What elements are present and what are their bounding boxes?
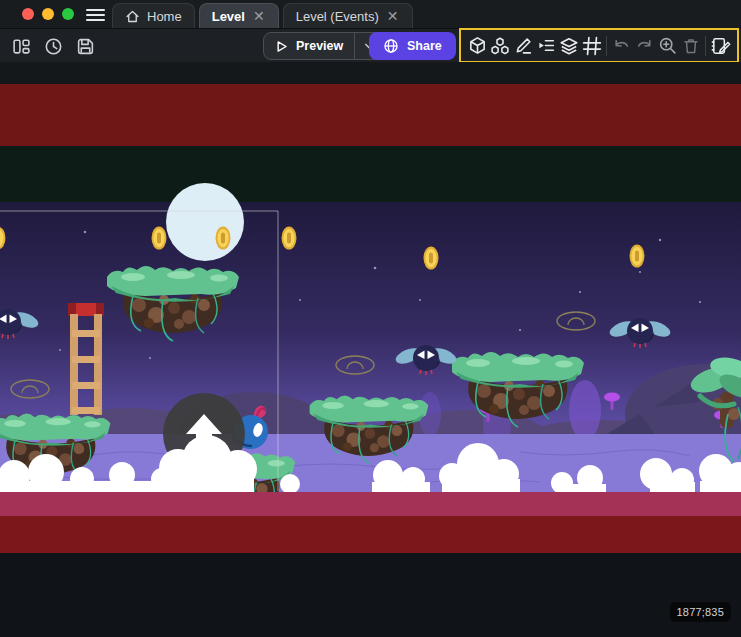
save-button[interactable] [72, 33, 98, 59]
coin[interactable] [630, 245, 645, 268]
titlebar: Home Level ✕ Level (Events) ✕ [0, 0, 741, 28]
toolbar-left-group [8, 33, 98, 59]
level-canvas[interactable]: 1877;835 [0, 62, 741, 637]
bottom-red-band[interactable] [0, 516, 741, 553]
undo-button[interactable] [610, 33, 633, 58]
play-icon [274, 39, 289, 54]
coin[interactable] [216, 227, 231, 250]
pencil-icon [514, 36, 533, 55]
tab-level[interactable]: Level ✕ [199, 3, 279, 28]
crimson-ground-band[interactable] [0, 492, 741, 516]
divider [705, 36, 706, 56]
zoom-in-icon [658, 36, 677, 55]
divider [606, 36, 607, 56]
instances-list-button[interactable] [535, 33, 558, 58]
cube-icon [468, 36, 487, 55]
globe-icon [383, 38, 399, 54]
night-band[interactable] [0, 146, 741, 202]
history-button[interactable] [40, 33, 66, 59]
history-icon [44, 37, 63, 56]
layers-button[interactable] [558, 33, 581, 58]
share-button[interactable]: Share [369, 32, 456, 60]
tab-label: Level [212, 9, 245, 24]
preview-button[interactable]: Preview [264, 33, 354, 59]
redo-icon [635, 36, 654, 55]
home-icon [125, 9, 140, 24]
tab-close-icon[interactable]: ✕ [386, 9, 400, 23]
list-icon [537, 36, 556, 55]
panels-icon [12, 37, 31, 56]
layers-icon [559, 36, 579, 56]
minimize-window-button[interactable] [42, 8, 54, 20]
tab-label: Level (Events) [296, 9, 379, 24]
zoom-in-button[interactable] [656, 33, 679, 58]
hamburger-menu-icon[interactable] [82, 5, 108, 25]
tab-level-events[interactable]: Level (Events) ✕ [283, 3, 413, 28]
fullscreen-window-button[interactable] [62, 8, 74, 20]
scene[interactable] [0, 62, 741, 553]
draw-button[interactable] [512, 33, 535, 58]
tab-close-icon[interactable]: ✕ [252, 9, 266, 23]
grid-button[interactable] [581, 33, 604, 58]
coin[interactable] [152, 227, 167, 250]
app-window: Home Level ✕ Level (Events) ✕ [0, 0, 741, 637]
toolbar: Preview Share [0, 28, 741, 62]
blocks-icon [490, 36, 510, 56]
tab-label: Home [147, 9, 182, 24]
objects-3d-button[interactable] [466, 33, 489, 58]
grid-icon [582, 36, 602, 56]
object-groups-button[interactable] [489, 33, 512, 58]
highlighted-tool-group [459, 28, 739, 63]
traffic-lights [22, 8, 74, 20]
trash-icon [682, 37, 700, 55]
edit-notes-icon [711, 36, 731, 56]
tab-home[interactable]: Home [112, 3, 195, 28]
share-label: Share [407, 39, 442, 53]
coin[interactable] [282, 227, 297, 250]
cursor-coordinates: 1877;835 [670, 602, 731, 622]
preview-split-button: Preview [263, 32, 384, 60]
preview-label: Preview [296, 39, 343, 53]
save-icon [76, 37, 95, 56]
edit-notes-button[interactable] [709, 33, 732, 58]
coin[interactable] [424, 247, 439, 270]
panels-button[interactable] [8, 33, 34, 59]
tab-bar: Home Level ✕ Level (Events) ✕ [112, 3, 413, 28]
top-red-band[interactable] [0, 84, 741, 146]
moon[interactable] [166, 183, 244, 261]
close-window-button[interactable] [22, 8, 34, 20]
undo-icon [612, 36, 631, 55]
redo-button[interactable] [633, 33, 656, 58]
delete-button[interactable] [679, 33, 702, 58]
